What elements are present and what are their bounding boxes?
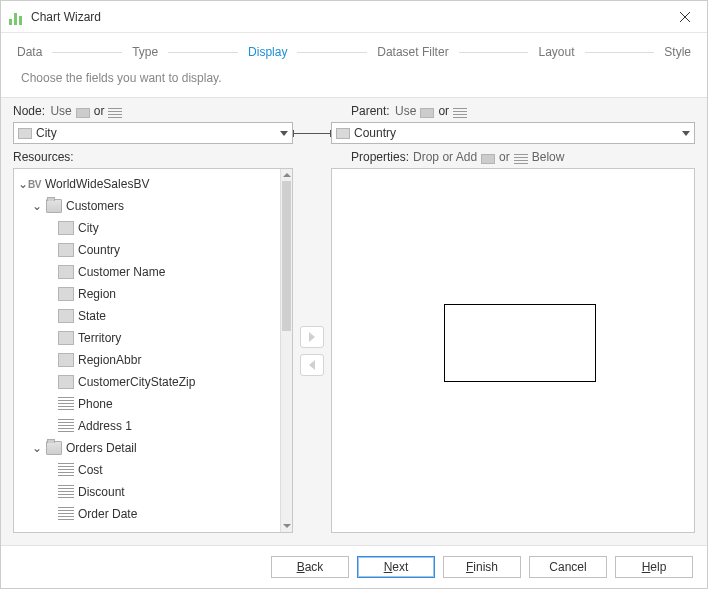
- tree-label: Phone: [78, 397, 113, 411]
- parent-dropdown-value: Country: [350, 126, 682, 140]
- step-layout[interactable]: Layout: [538, 45, 574, 59]
- wizard-body: Node: Use or Parent: Use or City: [1, 97, 707, 546]
- scroll-down-arrow[interactable]: [281, 520, 292, 532]
- close-button[interactable]: [671, 1, 699, 32]
- tree-field[interactable]: Country: [14, 239, 280, 261]
- chevron-down-icon: [280, 131, 288, 136]
- finish-button[interactable]: Finish: [443, 556, 521, 578]
- tree-label: Discount: [78, 485, 125, 499]
- window-title: Chart Wizard: [31, 10, 101, 24]
- tree-label: City: [78, 221, 99, 235]
- titlebar: Chart Wizard: [1, 1, 707, 33]
- tree-field[interactable]: Phone: [14, 393, 280, 415]
- tree-label: Territory: [78, 331, 121, 345]
- field-icon: [58, 353, 74, 367]
- tree-field[interactable]: State: [14, 305, 280, 327]
- expand-toggle[interactable]: ⌄: [32, 441, 42, 455]
- field-icon: [58, 331, 74, 345]
- field-icon: [58, 243, 74, 257]
- step-style[interactable]: Style: [664, 45, 691, 59]
- tree-folder-orders-detail[interactable]: ⌄ Orders Detail: [14, 437, 280, 459]
- resources-label: Resources:: [13, 150, 313, 164]
- resources-tree: ⌄ BV WorldWideSalesBV ⌄ Customers CityCo…: [13, 168, 293, 533]
- tree-label: Customers: [66, 199, 124, 213]
- tree-field[interactable]: Address 1: [14, 415, 280, 437]
- scroll-thumb[interactable]: [282, 181, 291, 331]
- lines-type-icon[interactable]: [453, 108, 467, 118]
- folder-icon: [46, 199, 62, 213]
- step-display[interactable]: Display: [248, 45, 287, 59]
- folder-icon: [46, 441, 62, 455]
- step-data[interactable]: Data: [17, 45, 42, 59]
- back-button[interactable]: Back: [271, 556, 349, 578]
- tree-field[interactable]: City: [14, 217, 280, 239]
- tree-scrollbar[interactable]: [280, 169, 292, 532]
- cancel-button[interactable]: Cancel: [529, 556, 607, 578]
- node-dropdown[interactable]: City: [13, 122, 293, 144]
- parent-label: Parent: Use: [351, 104, 416, 118]
- tree-scroll-area: ⌄ BV WorldWideSalesBV ⌄ Customers CityCo…: [14, 169, 280, 532]
- tree-label: RegionAbbr: [78, 353, 141, 367]
- properties-label: Properties: Drop or Add or Below: [351, 150, 695, 164]
- tree-folder-customers[interactable]: ⌄ Customers: [14, 195, 280, 217]
- field-icon: [58, 375, 74, 389]
- or-label: or: [438, 104, 449, 118]
- dropdown-row: City Country: [1, 120, 707, 150]
- field-type-icon[interactable]: [76, 108, 90, 118]
- lines-icon: [58, 397, 74, 411]
- tree-field[interactable]: Territory: [14, 327, 280, 349]
- tree-field[interactable]: Customer Name: [14, 261, 280, 283]
- expand-toggle[interactable]: ⌄: [32, 199, 42, 213]
- node-label: Node: Use: [13, 104, 72, 118]
- sub-labels: Resources: Properties: Drop or Add or Be…: [1, 150, 707, 168]
- bv-icon: BV: [28, 179, 41, 190]
- node-dropdown-value: City: [32, 126, 280, 140]
- tree-field[interactable]: Cost: [14, 459, 280, 481]
- tree-label: Address 1: [78, 419, 132, 433]
- wizard-subtitle: Choose the fields you want to display.: [1, 67, 707, 97]
- help-button[interactable]: Help: [615, 556, 693, 578]
- tree-label: CustomerCityStateZip: [78, 375, 195, 389]
- expand-toggle[interactable]: ⌄: [18, 177, 28, 191]
- row-labels: Node: Use or Parent: Use or: [1, 98, 707, 120]
- tree-field[interactable]: CustomerCityStateZip: [14, 371, 280, 393]
- lines-icon: [58, 507, 74, 521]
- or-label: or: [94, 104, 105, 118]
- chart-wizard-icon: [9, 9, 25, 25]
- tree-label: Region: [78, 287, 116, 301]
- tree-field[interactable]: Order Date: [14, 503, 280, 525]
- tree-root[interactable]: ⌄ BV WorldWideSalesBV: [14, 173, 280, 195]
- lines-icon: [58, 463, 74, 477]
- field-icon: [336, 128, 350, 139]
- field-type-icon[interactable]: [481, 154, 495, 164]
- tree-field[interactable]: Discount: [14, 481, 280, 503]
- tree-label: Cost: [78, 463, 103, 477]
- properties-drop-panel[interactable]: [331, 168, 695, 533]
- field-icon: [18, 128, 32, 139]
- arrow-right-icon: [307, 332, 317, 342]
- tree-label: Customer Name: [78, 265, 165, 279]
- add-button[interactable]: [300, 326, 324, 348]
- close-icon: [680, 12, 690, 22]
- next-button[interactable]: Next: [357, 556, 435, 578]
- drop-target-rect[interactable]: [444, 304, 596, 382]
- step-separator: [585, 52, 655, 53]
- field-type-icon[interactable]: [420, 108, 434, 118]
- transfer-buttons: [293, 168, 331, 533]
- lines-type-icon[interactable]: [108, 108, 122, 118]
- tree-label: WorldWideSalesBV: [45, 177, 149, 191]
- tree-field[interactable]: RegionAbbr: [14, 349, 280, 371]
- step-type[interactable]: Type: [132, 45, 158, 59]
- scroll-up-arrow[interactable]: [281, 169, 292, 181]
- node-parent-connector: [293, 133, 331, 134]
- tree-label: Country: [78, 243, 120, 257]
- remove-button[interactable]: [300, 354, 324, 376]
- tree-label: State: [78, 309, 106, 323]
- step-separator: [459, 52, 529, 53]
- step-dataset-filter[interactable]: Dataset Filter: [377, 45, 448, 59]
- step-separator: [52, 52, 122, 53]
- lines-type-icon[interactable]: [514, 154, 528, 164]
- parent-dropdown[interactable]: Country: [331, 122, 695, 144]
- field-icon: [58, 287, 74, 301]
- tree-field[interactable]: Region: [14, 283, 280, 305]
